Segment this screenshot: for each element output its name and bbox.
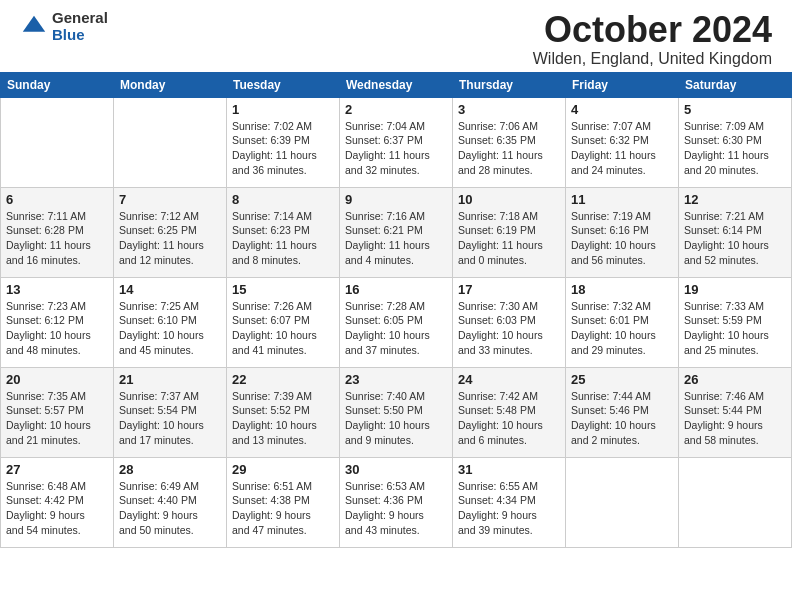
calendar-cell: 29Sunrise: 6:51 AM Sunset: 4:38 PM Dayli… [227, 457, 340, 547]
day-info: Sunrise: 6:48 AM Sunset: 4:42 PM Dayligh… [6, 479, 108, 538]
week-row: 13Sunrise: 7:23 AM Sunset: 6:12 PM Dayli… [1, 277, 792, 367]
day-number: 13 [6, 282, 108, 297]
day-number: 9 [345, 192, 447, 207]
day-info: Sunrise: 7:28 AM Sunset: 6:05 PM Dayligh… [345, 299, 447, 358]
calendar-cell: 25Sunrise: 7:44 AM Sunset: 5:46 PM Dayli… [566, 367, 679, 457]
calendar-cell: 19Sunrise: 7:33 AM Sunset: 5:59 PM Dayli… [679, 277, 792, 367]
day-info: Sunrise: 7:11 AM Sunset: 6:28 PM Dayligh… [6, 209, 108, 268]
week-row: 6Sunrise: 7:11 AM Sunset: 6:28 PM Daylig… [1, 187, 792, 277]
calendar-cell: 15Sunrise: 7:26 AM Sunset: 6:07 PM Dayli… [227, 277, 340, 367]
logo: General Blue [20, 10, 108, 43]
header-cell-thursday: Thursday [453, 72, 566, 97]
week-row: 1Sunrise: 7:02 AM Sunset: 6:39 PM Daylig… [1, 97, 792, 187]
day-info: Sunrise: 6:55 AM Sunset: 4:34 PM Dayligh… [458, 479, 560, 538]
calendar-cell [679, 457, 792, 547]
calendar-cell: 22Sunrise: 7:39 AM Sunset: 5:52 PM Dayli… [227, 367, 340, 457]
calendar-table: SundayMondayTuesdayWednesdayThursdayFrid… [0, 72, 792, 548]
day-info: Sunrise: 7:02 AM Sunset: 6:39 PM Dayligh… [232, 119, 334, 178]
calendar-cell: 8Sunrise: 7:14 AM Sunset: 6:23 PM Daylig… [227, 187, 340, 277]
day-info: Sunrise: 7:25 AM Sunset: 6:10 PM Dayligh… [119, 299, 221, 358]
calendar-cell: 14Sunrise: 7:25 AM Sunset: 6:10 PM Dayli… [114, 277, 227, 367]
day-number: 20 [6, 372, 108, 387]
day-number: 12 [684, 192, 786, 207]
week-row: 20Sunrise: 7:35 AM Sunset: 5:57 PM Dayli… [1, 367, 792, 457]
day-info: Sunrise: 7:14 AM Sunset: 6:23 PM Dayligh… [232, 209, 334, 268]
day-number: 22 [232, 372, 334, 387]
calendar-cell: 4Sunrise: 7:07 AM Sunset: 6:32 PM Daylig… [566, 97, 679, 187]
header-cell-monday: Monday [114, 72, 227, 97]
day-number: 30 [345, 462, 447, 477]
calendar-cell: 26Sunrise: 7:46 AM Sunset: 5:44 PM Dayli… [679, 367, 792, 457]
calendar-cell: 20Sunrise: 7:35 AM Sunset: 5:57 PM Dayli… [1, 367, 114, 457]
day-info: Sunrise: 7:04 AM Sunset: 6:37 PM Dayligh… [345, 119, 447, 178]
day-info: Sunrise: 7:46 AM Sunset: 5:44 PM Dayligh… [684, 389, 786, 448]
calendar-cell: 24Sunrise: 7:42 AM Sunset: 5:48 PM Dayli… [453, 367, 566, 457]
logo-general: General [52, 10, 108, 27]
day-info: Sunrise: 7:30 AM Sunset: 6:03 PM Dayligh… [458, 299, 560, 358]
calendar-cell: 2Sunrise: 7:04 AM Sunset: 6:37 PM Daylig… [340, 97, 453, 187]
header-row: SundayMondayTuesdayWednesdayThursdayFrid… [1, 72, 792, 97]
day-number: 8 [232, 192, 334, 207]
day-number: 3 [458, 102, 560, 117]
day-info: Sunrise: 7:09 AM Sunset: 6:30 PM Dayligh… [684, 119, 786, 178]
month-title: October 2024 [533, 10, 772, 50]
day-number: 10 [458, 192, 560, 207]
day-info: Sunrise: 6:53 AM Sunset: 4:36 PM Dayligh… [345, 479, 447, 538]
page-header: General Blue October 2024 Wilden, Englan… [0, 0, 792, 72]
day-number: 17 [458, 282, 560, 297]
calendar-cell: 27Sunrise: 6:48 AM Sunset: 4:42 PM Dayli… [1, 457, 114, 547]
day-number: 28 [119, 462, 221, 477]
day-number: 6 [6, 192, 108, 207]
day-info: Sunrise: 7:12 AM Sunset: 6:25 PM Dayligh… [119, 209, 221, 268]
calendar-cell: 11Sunrise: 7:19 AM Sunset: 6:16 PM Dayli… [566, 187, 679, 277]
day-info: Sunrise: 6:51 AM Sunset: 4:38 PM Dayligh… [232, 479, 334, 538]
week-row: 27Sunrise: 6:48 AM Sunset: 4:42 PM Dayli… [1, 457, 792, 547]
day-number: 15 [232, 282, 334, 297]
day-number: 16 [345, 282, 447, 297]
calendar-cell: 5Sunrise: 7:09 AM Sunset: 6:30 PM Daylig… [679, 97, 792, 187]
day-info: Sunrise: 7:39 AM Sunset: 5:52 PM Dayligh… [232, 389, 334, 448]
day-number: 14 [119, 282, 221, 297]
calendar-cell: 12Sunrise: 7:21 AM Sunset: 6:14 PM Dayli… [679, 187, 792, 277]
day-number: 24 [458, 372, 560, 387]
day-number: 29 [232, 462, 334, 477]
logo-icon [20, 13, 48, 41]
calendar-cell [566, 457, 679, 547]
calendar-cell [1, 97, 114, 187]
day-info: Sunrise: 7:18 AM Sunset: 6:19 PM Dayligh… [458, 209, 560, 268]
day-number: 18 [571, 282, 673, 297]
calendar-cell: 10Sunrise: 7:18 AM Sunset: 6:19 PM Dayli… [453, 187, 566, 277]
day-info: Sunrise: 6:49 AM Sunset: 4:40 PM Dayligh… [119, 479, 221, 538]
title-block: October 2024 Wilden, England, United Kin… [533, 10, 772, 68]
calendar-cell: 31Sunrise: 6:55 AM Sunset: 4:34 PM Dayli… [453, 457, 566, 547]
header-cell-tuesday: Tuesday [227, 72, 340, 97]
day-number: 21 [119, 372, 221, 387]
day-number: 1 [232, 102, 334, 117]
day-info: Sunrise: 7:26 AM Sunset: 6:07 PM Dayligh… [232, 299, 334, 358]
day-number: 25 [571, 372, 673, 387]
day-number: 27 [6, 462, 108, 477]
day-info: Sunrise: 7:44 AM Sunset: 5:46 PM Dayligh… [571, 389, 673, 448]
day-info: Sunrise: 7:37 AM Sunset: 5:54 PM Dayligh… [119, 389, 221, 448]
day-info: Sunrise: 7:23 AM Sunset: 6:12 PM Dayligh… [6, 299, 108, 358]
day-number: 26 [684, 372, 786, 387]
day-number: 11 [571, 192, 673, 207]
calendar-cell: 9Sunrise: 7:16 AM Sunset: 6:21 PM Daylig… [340, 187, 453, 277]
day-info: Sunrise: 7:35 AM Sunset: 5:57 PM Dayligh… [6, 389, 108, 448]
location: Wilden, England, United Kingdom [533, 50, 772, 68]
calendar-cell: 7Sunrise: 7:12 AM Sunset: 6:25 PM Daylig… [114, 187, 227, 277]
calendar-cell: 28Sunrise: 6:49 AM Sunset: 4:40 PM Dayli… [114, 457, 227, 547]
calendar-cell: 18Sunrise: 7:32 AM Sunset: 6:01 PM Dayli… [566, 277, 679, 367]
calendar-cell [114, 97, 227, 187]
calendar-cell: 6Sunrise: 7:11 AM Sunset: 6:28 PM Daylig… [1, 187, 114, 277]
header-cell-friday: Friday [566, 72, 679, 97]
calendar-cell: 23Sunrise: 7:40 AM Sunset: 5:50 PM Dayli… [340, 367, 453, 457]
day-info: Sunrise: 7:40 AM Sunset: 5:50 PM Dayligh… [345, 389, 447, 448]
header-cell-saturday: Saturday [679, 72, 792, 97]
svg-marker-0 [23, 15, 45, 31]
day-number: 4 [571, 102, 673, 117]
header-cell-wednesday: Wednesday [340, 72, 453, 97]
logo-text: General Blue [52, 10, 108, 43]
day-number: 31 [458, 462, 560, 477]
day-info: Sunrise: 7:32 AM Sunset: 6:01 PM Dayligh… [571, 299, 673, 358]
